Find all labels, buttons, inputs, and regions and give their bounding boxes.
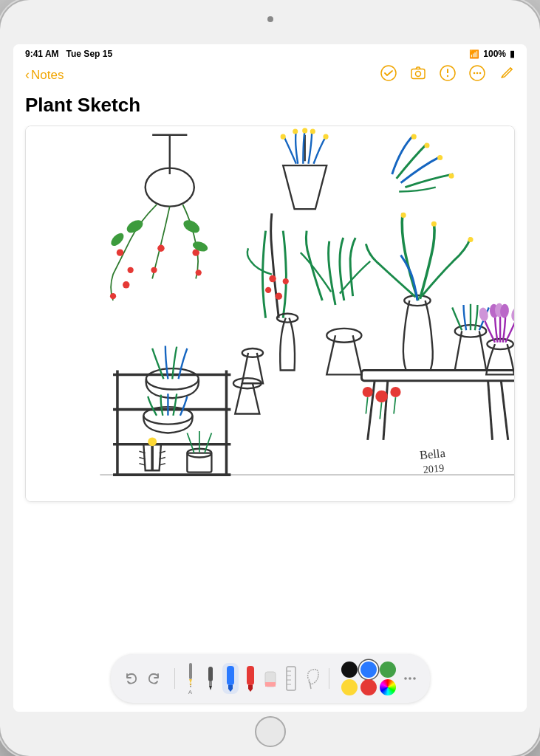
svg-point-13 — [123, 281, 129, 288]
checklist-icon[interactable] — [380, 65, 397, 85]
battery-label: 100% — [483, 49, 506, 59]
divider-1 — [174, 668, 175, 689]
svg-point-30 — [411, 134, 417, 140]
svg-point-48 — [148, 437, 157, 446]
svg-marker-86 — [189, 684, 191, 686]
color-wheel[interactable] — [380, 679, 396, 695]
svg-point-52 — [265, 287, 271, 293]
svg-point-12 — [128, 267, 134, 273]
sketch-canvas[interactable]: Bella 2019 — [25, 126, 515, 502]
svg-rect-1 — [411, 69, 425, 79]
svg-point-21 — [182, 218, 202, 236]
svg-rect-88 — [208, 667, 213, 681]
color-blue[interactable] — [360, 662, 377, 678]
svg-point-64 — [401, 213, 406, 218]
undo-redo-group — [121, 668, 164, 689]
svg-line-62 — [488, 381, 493, 440]
color-red[interactable] — [360, 679, 377, 695]
back-button[interactable]: ‹ Notes — [25, 67, 64, 83]
toolbar-more-button[interactable] — [400, 669, 420, 688]
svg-point-26 — [293, 129, 298, 134]
nav-actions — [380, 65, 515, 85]
svg-point-106 — [409, 677, 411, 680]
svg-marker-96 — [248, 689, 253, 692]
color-green[interactable] — [380, 662, 396, 678]
svg-point-55 — [277, 314, 298, 323]
svg-rect-95 — [248, 685, 253, 689]
back-label: Notes — [31, 68, 64, 83]
camera-icon[interactable] — [410, 65, 426, 85]
svg-point-27 — [302, 128, 307, 133]
pen-tool[interactable] — [203, 664, 218, 693]
svg-point-6 — [474, 72, 476, 75]
ipad-frame: 9:41 AM Tue Sep 15 📶 100% ▮ ‹ Notes — [0, 0, 540, 756]
svg-point-66 — [468, 237, 473, 242]
red-marker-tool[interactable] — [243, 663, 258, 694]
svg-text:Bella: Bella — [419, 446, 446, 462]
status-time: 9:41 AM — [25, 49, 59, 59]
blue-marker-tool[interactable] — [222, 663, 239, 694]
svg-point-54 — [283, 278, 289, 284]
svg-marker-90 — [209, 686, 212, 690]
svg-line-77 — [366, 397, 367, 413]
color-swatches — [341, 662, 396, 695]
ruler-tool[interactable] — [283, 664, 299, 693]
svg-point-31 — [424, 142, 429, 148]
wifi-icon: 📶 — [469, 49, 479, 59]
svg-point-56 — [327, 329, 361, 343]
lasso-tool[interactable] — [304, 665, 321, 692]
back-chevron-icon: ‹ — [25, 67, 30, 83]
ipad-screen: 9:41 AM Tue Sep 15 📶 100% ▮ ‹ Notes — [13, 44, 527, 712]
svg-marker-93 — [228, 689, 233, 692]
color-black[interactable] — [341, 662, 358, 678]
svg-point-57 — [242, 348, 263, 357]
page-title: Plant Sketch — [13, 91, 527, 126]
svg-point-16 — [151, 267, 157, 273]
eraser-tool[interactable] — [262, 664, 278, 693]
drawing-toolbar: A — [13, 648, 527, 712]
svg-rect-84 — [189, 663, 192, 679]
svg-point-18 — [196, 269, 202, 275]
svg-point-4 — [447, 75, 448, 77]
svg-rect-92 — [228, 685, 233, 689]
svg-rect-98 — [265, 682, 276, 687]
pencil-tool[interactable]: A — [182, 660, 199, 697]
svg-point-28 — [310, 129, 315, 134]
divider-2 — [329, 668, 329, 689]
svg-point-107 — [413, 677, 416, 680]
markup-icon[interactable] — [440, 65, 456, 85]
svg-line-60 — [383, 381, 388, 440]
svg-point-0 — [381, 66, 396, 80]
toolbar-pill: A — [111, 654, 430, 703]
color-row-bottom — [341, 679, 396, 695]
camera-dot — [267, 16, 273, 22]
svg-point-105 — [404, 677, 407, 680]
status-date: Tue Sep 15 — [66, 49, 112, 59]
home-button[interactable] — [255, 716, 286, 747]
undo-button[interactable] — [121, 668, 142, 689]
nav-bar: ‹ Notes — [13, 62, 527, 91]
svg-rect-99 — [287, 667, 295, 690]
svg-point-75 — [375, 391, 388, 403]
svg-point-20 — [109, 231, 126, 248]
svg-point-15 — [157, 245, 164, 252]
svg-point-51 — [269, 275, 276, 282]
svg-rect-94 — [247, 666, 254, 685]
compose-icon[interactable] — [499, 65, 515, 85]
redo-button[interactable] — [143, 668, 164, 689]
svg-point-29 — [324, 134, 329, 140]
battery-icon: ▮ — [510, 49, 515, 59]
svg-point-74 — [363, 387, 373, 397]
svg-point-76 — [390, 387, 400, 397]
svg-line-104 — [310, 681, 311, 689]
content-area: Bella 2019 — [13, 126, 527, 648]
svg-point-7 — [476, 72, 479, 75]
color-yellow[interactable] — [341, 679, 358, 695]
svg-line-61 — [501, 381, 507, 440]
status-right: 📶 100% ▮ — [469, 49, 515, 59]
svg-marker-24 — [283, 165, 327, 209]
svg-point-53 — [276, 292, 282, 299]
more-options-icon[interactable] — [469, 65, 485, 85]
svg-line-79 — [394, 397, 395, 413]
svg-rect-89 — [209, 681, 212, 686]
